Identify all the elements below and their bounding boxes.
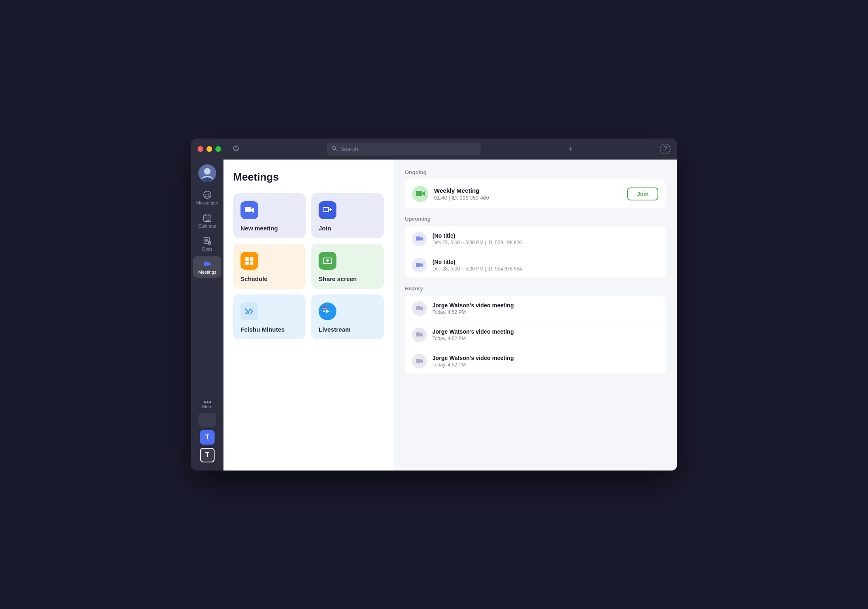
sidebar-extra-button[interactable]: ··· bbox=[198, 413, 216, 427]
sidebar-team-avatar[interactable]: T bbox=[200, 430, 215, 445]
more-dots-icon bbox=[204, 401, 211, 403]
upcoming-sub-1: Dec 28, 5:00 – 5:30 PM | ID: 954 678 564 bbox=[432, 266, 658, 272]
livestream-card[interactable]: LIVE LIVE Livestream bbox=[311, 294, 384, 339]
svg-rect-27 bbox=[245, 262, 249, 265]
meetings-panel: Meetings New meeting bbox=[223, 160, 394, 471]
ongoing-card: Weekly Meeting 01:40 | ID: 996 359 460 J… bbox=[405, 179, 666, 209]
history-info-1: Jorge Watson's video meeting Today, 4:52… bbox=[432, 328, 658, 341]
livestream-label: Livestream bbox=[319, 326, 377, 333]
history-info-2: Jorge Watson's video meeting Today, 4:52… bbox=[432, 355, 658, 368]
sidebar-bottom: ··· T T bbox=[198, 413, 216, 466]
sidebar-item-messenger[interactable]: Messenger bbox=[193, 187, 221, 209]
schedule-icon bbox=[240, 252, 258, 270]
sidebar-item-docs-label: Docs bbox=[202, 247, 212, 251]
ongoing-avatar bbox=[412, 186, 428, 202]
svg-text:29: 29 bbox=[206, 218, 209, 221]
close-button[interactable] bbox=[198, 146, 203, 152]
svg-point-7 bbox=[206, 194, 207, 195]
upcoming-name-1: (No title) bbox=[432, 259, 658, 265]
svg-point-3 bbox=[204, 168, 211, 175]
join-label: Join bbox=[319, 225, 377, 232]
join-card[interactable]: Join bbox=[311, 193, 384, 238]
history-button[interactable] bbox=[229, 143, 243, 155]
traffic-lights bbox=[198, 146, 221, 152]
history-item-0[interactable]: Jorge Watson's video meeting Today, 4:52… bbox=[405, 296, 666, 322]
add-button[interactable]: + bbox=[565, 143, 576, 155]
schedule-card[interactable]: Schedule bbox=[233, 244, 306, 289]
feishu-minutes-card[interactable]: Feishu Minutes bbox=[233, 294, 306, 339]
sidebar-item-meetings[interactable]: Meetings bbox=[193, 256, 221, 278]
svg-line-1 bbox=[335, 149, 337, 151]
ongoing-item: Weekly Meeting 01:40 | ID: 996 359 460 J… bbox=[405, 179, 666, 209]
feishu-minutes-icon bbox=[240, 302, 258, 320]
history-sub-0: Today, 4:52 PM bbox=[432, 309, 658, 315]
maximize-button[interactable] bbox=[215, 146, 221, 152]
main-content: Messenger 29 Calendar bbox=[191, 160, 677, 471]
svg-rect-25 bbox=[245, 257, 249, 261]
svg-rect-40 bbox=[416, 359, 421, 363]
meetings-grid: New meeting Join bbox=[233, 193, 384, 339]
sidebar-item-more[interactable]: More bbox=[193, 399, 221, 411]
join-icon bbox=[319, 201, 336, 219]
svg-rect-35 bbox=[416, 191, 422, 196]
history-info-0: Jorge Watson's video meeting Today, 4:52… bbox=[432, 302, 658, 315]
sidebar-item-more-label: More bbox=[202, 404, 212, 409]
calendar-icon: 29 bbox=[203, 213, 212, 222]
livestream-icon: LIVE LIVE bbox=[319, 302, 336, 320]
sidebar-item-meetings-label: Meetings bbox=[198, 270, 217, 275]
share-screen-label: Share screen bbox=[319, 275, 377, 282]
upcoming-section-title: Upcoming bbox=[405, 216, 666, 222]
upcoming-item-0[interactable]: (No title) Dec 27, 5:00 – 5:30 PM | ID: … bbox=[405, 226, 666, 252]
ongoing-meeting-name: Weekly Meeting bbox=[434, 187, 621, 194]
ongoing-meeting-sub: 01:40 | ID: 996 359 460 bbox=[434, 195, 621, 201]
new-meeting-card[interactable]: New meeting bbox=[233, 193, 306, 238]
svg-text:LIVE: LIVE bbox=[323, 308, 328, 310]
join-meeting-button[interactable]: Join bbox=[627, 187, 658, 200]
search-icon bbox=[332, 146, 337, 152]
sidebar-user-avatar[interactable]: T bbox=[200, 448, 215, 462]
upcoming-info-0: (No title) Dec 27, 5:00 – 5:30 PM | ID: … bbox=[432, 232, 658, 245]
ongoing-meeting-info: Weekly Meeting 01:40 | ID: 996 359 460 bbox=[434, 187, 621, 201]
upcoming-info-1: (No title) Dec 28, 5:00 – 5:30 PM | ID: … bbox=[432, 259, 658, 272]
help-button[interactable]: ? bbox=[660, 144, 670, 154]
upcoming-card: (No title) Dec 27, 5:00 – 5:30 PM | ID: … bbox=[405, 226, 666, 278]
docs-icon: ↗ bbox=[203, 236, 212, 245]
history-item-1[interactable]: Jorge Watson's video meeting Today, 4:52… bbox=[405, 322, 666, 348]
sidebar-item-calendar-label: Calendar bbox=[198, 224, 217, 228]
svg-rect-37 bbox=[416, 263, 421, 267]
minimize-button[interactable] bbox=[206, 146, 212, 152]
history-section-title: History bbox=[405, 285, 666, 292]
ongoing-section-title: Ongoing bbox=[405, 169, 666, 175]
messenger-icon bbox=[203, 190, 212, 199]
history-name-0: Jorge Watson's video meeting bbox=[432, 302, 658, 309]
app-area: Meetings New meeting bbox=[223, 160, 677, 471]
svg-rect-26 bbox=[250, 257, 253, 261]
meetings-title: Meetings bbox=[233, 171, 384, 183]
share-screen-icon bbox=[319, 252, 336, 270]
history-item-2[interactable]: Jorge Watson's video meeting Today, 4:52… bbox=[405, 348, 666, 374]
svg-rect-36 bbox=[416, 236, 421, 241]
new-meeting-icon bbox=[240, 201, 258, 219]
sidebar-item-calendar[interactable]: 29 Calendar bbox=[193, 210, 221, 232]
history-sub-1: Today, 4:52 PM bbox=[432, 336, 658, 341]
user-avatar[interactable] bbox=[198, 164, 216, 182]
meetings-icon bbox=[203, 260, 212, 268]
titlebar: Search + ? bbox=[191, 138, 677, 160]
right-panel: Ongoing Weekly Meeting 01:40 | ID: 996 3… bbox=[394, 160, 677, 471]
svg-point-8 bbox=[208, 194, 209, 195]
svg-rect-39 bbox=[416, 332, 421, 336]
svg-rect-21 bbox=[245, 207, 251, 212]
feishu-minutes-label: Feishu Minutes bbox=[240, 326, 298, 333]
search-bar[interactable]: Search bbox=[327, 143, 481, 155]
sidebar-item-messenger-label: Messenger bbox=[196, 200, 218, 205]
share-screen-card[interactable]: Share screen bbox=[311, 244, 384, 289]
sidebar-item-docs[interactable]: ↗ Docs bbox=[193, 233, 221, 255]
upcoming-icon-0 bbox=[412, 232, 427, 246]
svg-rect-38 bbox=[416, 306, 421, 310]
history-card: Jorge Watson's video meeting Today, 4:52… bbox=[405, 296, 666, 374]
svg-rect-28 bbox=[250, 262, 253, 265]
upcoming-item-1[interactable]: (No title) Dec 28, 5:00 – 5:30 PM | ID: … bbox=[405, 252, 666, 278]
history-icon-2 bbox=[412, 354, 427, 368]
schedule-label: Schedule bbox=[240, 275, 298, 282]
app-window: Search + ? bbox=[191, 138, 677, 471]
